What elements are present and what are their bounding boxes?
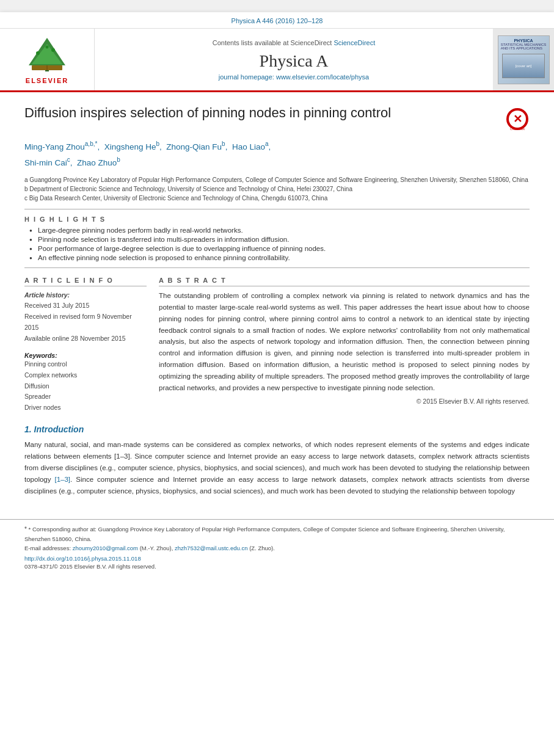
received-date: Received 31 July 2015 <box>24 300 147 311</box>
crossmark-logo: ✕ CrossMark <box>505 107 530 134</box>
abstract-column: A B S T R A C T The outstanding problem … <box>159 277 530 413</box>
journal-center: Contents lists available at ScienceDirec… <box>95 29 493 90</box>
list-item: Driver nodes <box>24 402 147 413</box>
svg-point-3 <box>36 51 40 55</box>
keywords-section: Keywords: Pinning control Complex networ… <box>24 352 147 413</box>
crossmark-icon: ✕ CrossMark <box>505 107 530 131</box>
svg-text:CrossMark: CrossMark <box>510 127 525 131</box>
separator-line <box>24 209 530 209</box>
svg-point-5 <box>46 46 49 49</box>
article-info-column: A R T I C L E I N F O Article history: R… <box>24 277 147 413</box>
elsevier-tree-icon <box>20 35 75 75</box>
svg-text:✕: ✕ <box>513 113 522 125</box>
cover-image: PHYSICA STATISTICAL MECHANICSAND ITS APP… <box>498 35 550 84</box>
abstract-heading: A B S T R A C T <box>159 277 530 286</box>
highlights-title: H I G H L I G H T S <box>24 216 530 223</box>
contents-available-line: Contents lists available at ScienceDirec… <box>213 39 376 46</box>
email1[interactable]: zhoumy2010@gmail.com <box>73 545 138 551</box>
journal-name: Physica A <box>260 51 329 71</box>
introduction-section: 1. Introduction Many natural, social, an… <box>24 424 530 497</box>
homepage-url: www.elsevier.com/locate/physa <box>276 73 369 81</box>
journal-homepage-line: journal homepage: www.elsevier.com/locat… <box>219 73 369 81</box>
footnote-email-line: E-mail addresses: zhoumy2010@gmail.com (… <box>24 543 530 553</box>
affiliations: a Guangdong Province Key Laboratory of P… <box>24 175 530 203</box>
list-item: Pinning node selection is transferred in… <box>29 236 530 243</box>
affiliation-b: b Department of Electronic Science and T… <box>24 184 530 194</box>
affiliation-a: a Guangdong Province Key Laboratory of P… <box>24 175 530 184</box>
separator-line-2 <box>24 267 530 268</box>
email2[interactable]: zhzh7532@mail.ustc.edu.cn <box>175 545 248 551</box>
authors-line: Ming-Yang Zhoua,b,*, Xingsheng Heb, Zhon… <box>24 139 530 170</box>
keyword-list: Pinning control Complex networks Diffusi… <box>24 359 147 413</box>
list-item: Complex networks <box>24 370 147 381</box>
list-item: An effective pinning node selection is p… <box>29 254 530 261</box>
intro-heading: 1. Introduction <box>24 424 530 434</box>
list-item: Diffusion <box>24 381 147 392</box>
journal-header: ELSEVIER Contents lists available at Sci… <box>0 29 554 92</box>
history-label: Article history: <box>24 290 147 301</box>
paper-title: Diffusion inspires selection of pinning … <box>24 104 498 122</box>
doi-line[interactable]: http://dx.doi.org/10.1016/j.physa.2015.1… <box>24 555 530 562</box>
main-content: Diffusion inspires selection of pinning … <box>0 92 554 509</box>
page: Physica A 446 (2016) 120–128 ELSEVIER <box>0 12 554 756</box>
two-column-section: A R T I C L E I N F O Article history: R… <box>24 277 530 413</box>
page-footer: * * Corresponding author at: Guangdong P… <box>0 519 554 577</box>
intro-paragraph: Many natural, social, and man-made syste… <box>24 439 530 497</box>
article-info-heading: A R T I C L E I N F O <box>24 277 147 286</box>
elsevier-logo-section: ELSEVIER <box>0 29 95 90</box>
available-date: Available online 28 November 2015 <box>24 333 147 344</box>
list-item: Poor performance of large-degree selecti… <box>29 245 530 252</box>
elsevier-label: ELSEVIER <box>26 77 68 84</box>
footnote-star-line: * * Corresponding author at: Guangdong P… <box>24 525 530 543</box>
keywords-label: Keywords: <box>24 352 147 359</box>
copyright-line: 0378-4371/© 2015 Elsevier B.V. All right… <box>24 563 530 570</box>
citation-text: Physica A 446 (2016) 120–128 <box>231 17 323 24</box>
highlights-section: H I G H L I G H T S Large-degree pinning… <box>24 216 530 261</box>
highlights-list: Large-degree pinning nodes perform badly… <box>24 227 530 261</box>
abstract-text: The outstanding problem of controlling a… <box>159 290 530 394</box>
list-item: Large-degree pinning nodes perform badly… <box>29 227 530 234</box>
abstract-copyright: © 2015 Elsevier B.V. All rights reserved… <box>159 398 530 405</box>
top-citation-bar: Physica A 446 (2016) 120–128 <box>0 12 554 29</box>
affiliation-c: c Big Data Research Center, University o… <box>24 194 530 203</box>
revised-date: Received in revised form 9 November 2015 <box>24 311 147 333</box>
journal-cover-thumbnail: PHYSICA STATISTICAL MECHANICSAND ITS APP… <box>493 29 554 90</box>
svg-point-4 <box>51 48 55 52</box>
article-history: Article history: Received 31 July 2015 R… <box>24 290 147 344</box>
list-item: Pinning control <box>24 359 147 370</box>
list-item: Spreader <box>24 391 147 402</box>
